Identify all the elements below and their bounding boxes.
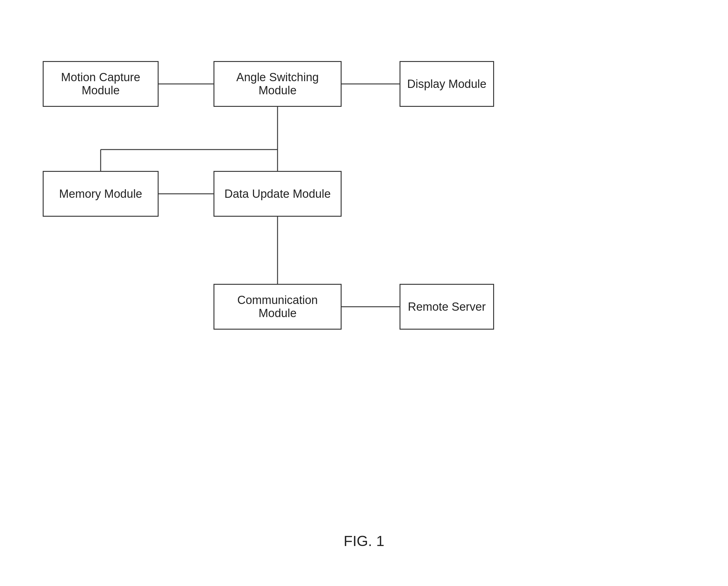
diagram-container: Motion Capture Module Angle Switching Mo… bbox=[24, 30, 695, 519]
display-module-label: Display Module bbox=[407, 77, 487, 91]
motion-capture-module-box: Motion Capture Module bbox=[43, 61, 159, 107]
motion-capture-label: Motion Capture Module bbox=[50, 71, 152, 97]
data-update-module-box: Data Update Module bbox=[213, 171, 342, 217]
angle-switching-module-box: Angle Switching Module bbox=[213, 61, 342, 107]
figure-label: FIG. 1 bbox=[344, 533, 384, 550]
memory-module-box: Memory Module bbox=[43, 171, 159, 217]
data-update-label: Data Update Module bbox=[225, 188, 331, 200]
memory-module-label: Memory Module bbox=[59, 188, 142, 200]
communication-module-label: Communication Module bbox=[220, 294, 335, 320]
communication-module-box: Communication Module bbox=[213, 284, 342, 329]
angle-switching-label: Angle Switching Module bbox=[220, 71, 335, 97]
display-module-box: Display Module bbox=[399, 61, 494, 107]
remote-server-box: Remote Server bbox=[399, 284, 494, 329]
remote-server-label: Remote Server bbox=[408, 300, 486, 314]
